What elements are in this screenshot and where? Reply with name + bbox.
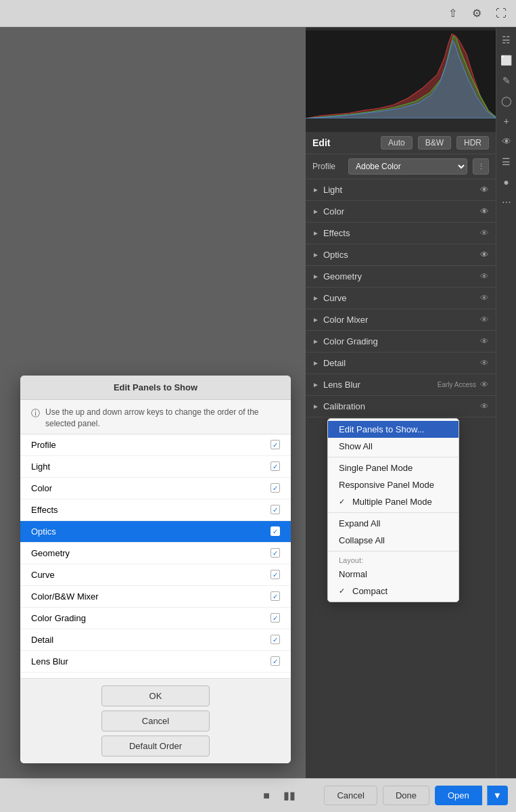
dialog-title: Edit Panels to Show	[20, 376, 291, 400]
bw-button[interactable]: B&W	[418, 136, 451, 150]
dialog-item-optics[interactable]: Optics ✓	[20, 521, 291, 543]
dialog-item-detail[interactable]: Detail ✓	[20, 629, 291, 651]
checkbox-curve[interactable]: ✓	[271, 570, 280, 579]
crop-bottom-icon[interactable]: ■	[257, 786, 276, 805]
ok-button[interactable]: OK	[101, 685, 210, 706]
open-button[interactable]: Open	[435, 786, 482, 805]
chevron-right-icon: ►	[312, 381, 319, 388]
panel-item-optics[interactable]: ► Optics 👁	[306, 244, 496, 266]
checkbox-geometry[interactable]: ✓	[271, 548, 280, 558]
chevron-right-icon: ►	[312, 229, 319, 237]
checkbox-profile[interactable]: ✓	[271, 440, 280, 449]
ctx-single-panel-mode[interactable]: Single Panel Mode	[328, 459, 459, 476]
panel-item-detail[interactable]: ► Detail 👁	[306, 353, 496, 374]
checkbox-light[interactable]: ✓	[271, 461, 280, 471]
eye-icon-light[interactable]: 👁	[480, 185, 489, 195]
profile-grid-button[interactable]: ⋮	[473, 158, 489, 175]
panel-item-calibration[interactable]: ► Calibration 👁	[306, 396, 496, 418]
checkbox-detail[interactable]: ✓	[271, 635, 280, 644]
ctx-normal[interactable]: Normal	[328, 566, 459, 583]
hdr-button[interactable]: HDR	[456, 136, 489, 150]
panel-item-color[interactable]: ► Color 👁	[306, 201, 496, 223]
bottom-bar: ■ ▮▮ Cancel Done Open ▼	[0, 778, 516, 812]
open-dropdown-button[interactable]: ▼	[487, 786, 508, 805]
ctx-divider-1	[328, 457, 459, 457]
checkbox-color[interactable]: ✓	[271, 483, 280, 493]
dialog-item-effects[interactable]: Effects ✓	[20, 499, 291, 521]
eye-icon-geometry[interactable]: 👁	[480, 271, 489, 281]
eye-icon-detail[interactable]: 👁	[480, 358, 489, 368]
dialog-item-calibration[interactable]: Calibration ✓	[20, 673, 291, 678]
chevron-right-icon: ►	[312, 294, 319, 302]
dialog-item-color[interactable]: Color ✓	[20, 478, 291, 499]
info-icon: ⓘ	[31, 407, 40, 420]
dialog-item-profile[interactable]: Profile ✓	[20, 434, 291, 456]
crop-icon[interactable]: ⬜	[498, 51, 515, 69]
chevron-right-icon: ►	[312, 273, 319, 280]
expand-icon[interactable]: ⛶	[492, 4, 511, 23]
healing-icon[interactable]: ✎	[498, 72, 515, 89]
panel-item-lens-blur[interactable]: ► Lens Blur Early Access 👁	[306, 374, 496, 396]
layers-icon[interactable]: ☰	[498, 153, 515, 171]
lens-icon[interactable]: ◯	[498, 92, 515, 110]
eye-icon-lens-blur[interactable]: 👁	[480, 380, 489, 390]
eye-icon-color-grading[interactable]: 👁	[480, 336, 489, 346]
settings-icon[interactable]: ⚙	[467, 4, 486, 23]
panel-item-effects[interactable]: ► Effects 👁	[306, 223, 496, 244]
profile-select[interactable]: Adobe Color	[348, 158, 467, 175]
dialog-item-lens-blur[interactable]: Lens Blur ✓	[20, 651, 291, 673]
ctx-edit-panels[interactable]: Edit Panels to Show...	[328, 421, 459, 438]
dialog-item-geometry[interactable]: Geometry ✓	[20, 543, 291, 564]
default-order-button[interactable]: Default Order	[101, 736, 210, 757]
eye-icon-curve[interactable]: 👁	[480, 293, 489, 303]
cancel-dialog-button[interactable]: Cancel	[101, 710, 210, 731]
ctx-collapse-all[interactable]: Collapse All	[328, 532, 459, 549]
ctx-expand-all[interactable]: Expand All	[328, 515, 459, 532]
ctx-compact[interactable]: ✓ Compact	[328, 583, 459, 600]
ctx-divider-3	[328, 551, 459, 551]
eye-icon-effects[interactable]: 👁	[480, 228, 489, 238]
circle-icon[interactable]: ●	[498, 173, 515, 191]
eye-icon-calibration[interactable]: 👁	[480, 401, 489, 411]
ctx-divider-2	[328, 512, 459, 513]
filter-icon[interactable]: ☵	[498, 31, 515, 49]
eye-icon-color-mixer[interactable]: 👁	[480, 315, 489, 325]
checkbox-effects[interactable]: ✓	[271, 505, 280, 514]
dialog-info-text: Use the up and down arrow keys to change…	[45, 407, 280, 430]
ctx-responsive-panel-mode[interactable]: Responsive Panel Mode	[328, 476, 459, 493]
eye-icon-optics[interactable]: 👁	[480, 250, 489, 260]
cancel-button[interactable]: Cancel	[324, 786, 377, 805]
ctx-show-all[interactable]: Show All	[328, 438, 459, 455]
ctx-multiple-panel-mode[interactable]: ✓ Multiple Panel Mode	[328, 493, 459, 510]
panel-item-color-mixer[interactable]: ► Color Mixer 👁	[306, 309, 496, 331]
chevron-right-icon: ►	[312, 251, 319, 258]
plus-icon[interactable]: +	[498, 112, 515, 130]
dialog-buttons: OK Cancel Default Order	[20, 678, 291, 763]
chevron-right-icon: ►	[312, 316, 319, 323]
edit-header: Edit Auto B&W HDR	[306, 132, 496, 154]
chevron-right-icon: ►	[312, 338, 319, 345]
panel-item-color-grading[interactable]: ► Color Grading 👁	[306, 331, 496, 353]
checkbox-optics[interactable]: ✓	[271, 526, 280, 536]
dialog-item-curve[interactable]: Curve ✓	[20, 564, 291, 586]
panel-item-curve[interactable]: ► Curve 👁	[306, 288, 496, 309]
export-icon[interactable]: ⇧	[443, 4, 462, 23]
checkbox-color-bw-mixer[interactable]: ✓	[271, 591, 280, 601]
dialog-item-color-grading[interactable]: Color Grading ✓	[20, 608, 291, 629]
checkbox-lens-blur[interactable]: ✓	[271, 656, 280, 666]
panel-item-geometry[interactable]: ► Geometry 👁	[306, 266, 496, 288]
panel-item-light[interactable]: ► Light 👁	[306, 179, 496, 201]
eye-icon-color[interactable]: 👁	[480, 206, 489, 217]
histogram-chart	[306, 30, 496, 118]
dialog-item-color-bw-mixer[interactable]: Color/B&W Mixer ✓	[20, 586, 291, 608]
dialog-info: ⓘ Use the up and down arrow keys to chan…	[20, 400, 291, 434]
checkbox-color-grading[interactable]: ✓	[271, 613, 280, 623]
edit-panels-dialog: Edit Panels to Show ⓘ Use the up and dow…	[20, 376, 291, 763]
more-icon[interactable]: ⋯	[498, 194, 515, 211]
done-button[interactable]: Done	[383, 786, 429, 805]
compare-icon[interactable]: ▮▮	[280, 786, 299, 805]
histogram-area: ▲ ▲ ISO 200 24 mm f/4.5 1/45s	[306, 27, 496, 132]
auto-button[interactable]: Auto	[381, 136, 413, 150]
eye-sidebar-icon[interactable]: 👁	[498, 133, 515, 150]
dialog-item-light[interactable]: Light ✓	[20, 456, 291, 478]
